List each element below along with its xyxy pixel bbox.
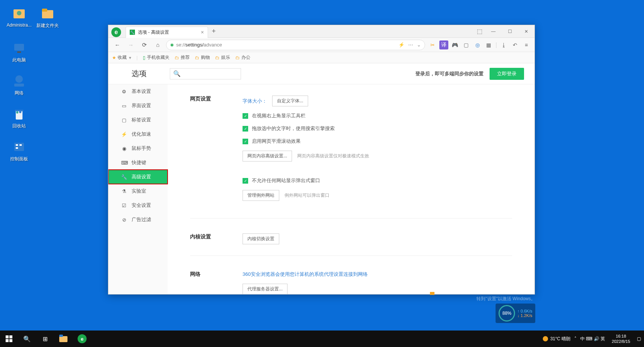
svg-rect-16 [6, 335, 9, 338]
start-button[interactable] [0, 331, 18, 347]
sync-hint: 登录后，即可多端同步你的设置 [415, 70, 484, 77]
extension-icon[interactable]: ⬚ [474, 26, 485, 37]
folder-icon: 🗀 [215, 55, 220, 60]
grid-icon[interactable]: ▦ [484, 40, 493, 49]
folder-icon: 🗀 [235, 55, 240, 60]
login-button[interactable]: 立即登录 [490, 68, 524, 80]
svg-rect-5 [17, 51, 21, 53]
sidebar-item-shortcuts[interactable]: ⌨快捷键 [108, 156, 168, 170]
target-icon[interactable]: ◎ [473, 40, 482, 49]
sidebar-item-tabs[interactable]: ▢标签设置 [108, 113, 168, 127]
checkbox[interactable]: ✓ [243, 139, 248, 144]
section-title: 网络 [190, 271, 243, 294]
ime-indicator[interactable]: 中 ⌨ 🔊 英 [580, 336, 605, 342]
refresh-button[interactable]: ⟳ [139, 40, 150, 50]
chevron-down-icon[interactable]: ⌄ [417, 42, 421, 48]
desktop-icon-thispc[interactable]: 此电脑 [6, 40, 32, 63]
download-icon[interactable]: ⭳ [499, 40, 508, 49]
checkbox[interactable]: ✓ [243, 178, 248, 184]
maximize-button[interactable]: ☐ [502, 26, 518, 37]
folder-icon: 🗀 [175, 55, 179, 60]
section-title: 内核设置 [190, 233, 243, 244]
control-panel-icon [12, 139, 27, 154]
home-button[interactable]: ⌂ [153, 40, 163, 50]
hint-text: 网页内容高级设置仅对极速模式生效 [297, 153, 369, 159]
computer-icon [12, 40, 27, 55]
checkbox-label: 启用网页平滑滚动效果 [252, 138, 301, 145]
sidebar-item-adblock[interactable]: ⊘广告过滤 [108, 212, 168, 227]
bookmark-folder[interactable]: 🗀推荐 [175, 54, 190, 61]
svg-point-10 [16, 111, 18, 114]
svg-rect-21 [59, 335, 63, 337]
task-view-button[interactable]: ⊞ [36, 331, 54, 347]
weather-widget[interactable]: 31°C 晴朗 [543, 336, 571, 342]
url-bar[interactable]: ◉ se://settings/advance ⚡ ⋯ ⌄ [166, 40, 425, 50]
network-meter[interactable]: 88% ↑ 0.6K/s ↓ 1.2K/s [496, 304, 535, 323]
sidebar-item-mouse[interactable]: ◉鼠标手势 [108, 141, 168, 156]
flash-icon[interactable]: ⚡ [398, 42, 404, 48]
sidebar-item-ui[interactable]: ▭界面设置 [108, 99, 168, 113]
sidebar-item-security[interactable]: ☑安全设置 [108, 198, 168, 212]
bookmarks-mobile[interactable]: ▯手机收藏夹 [143, 54, 169, 61]
checkbox[interactable]: ✓ [243, 126, 248, 132]
tab-close-icon[interactable]: × [201, 29, 204, 35]
tray-up-icon[interactable]: ˄ [574, 336, 577, 341]
explorer-app[interactable] [54, 331, 73, 347]
svg-rect-3 [42, 9, 47, 12]
svg-point-6 [15, 75, 23, 83]
svg-rect-15 [16, 147, 18, 149]
notifications-button[interactable]: ▢ [637, 336, 641, 341]
close-button[interactable]: ✕ [518, 26, 535, 37]
game-icon[interactable]: 🎮 [451, 40, 460, 49]
desktop-icon-trash[interactable]: 回收站 [6, 106, 32, 129]
manage-exceptions-button[interactable]: 管理例外网站 [243, 190, 279, 201]
checkbox-label: 拖放选中的文字时，使用搜索引擎搜索 [252, 125, 335, 132]
section-network: 网络 360安全浏览器会使用您计算机的系统代理设置连接到网络 代理服务器设置..… [190, 271, 512, 294]
checkbox[interactable]: ✓ [243, 113, 248, 119]
desktop-icon-network[interactable]: 网络 [6, 73, 32, 96]
page-body: ⚙基本设置 ▭界面设置 ▢标签设置 ⚡优化加速 ◉鼠标手势 ⌨快捷键 🔧高级设置… [108, 84, 535, 294]
hint-text: 例外网站可以弹出窗口 [285, 192, 329, 199]
upload-speed: ↑ 0.6K/s [517, 309, 532, 313]
back-button[interactable]: ← [112, 40, 123, 50]
svg-rect-14 [19, 144, 22, 146]
search-button[interactable]: 🔍 [18, 331, 36, 347]
bookmark-folder[interactable]: 🗀购物 [195, 54, 210, 61]
more-icon[interactable]: ⋯ [408, 42, 413, 48]
scissors-icon[interactable]: ✂ [428, 40, 437, 49]
desktop-icon-admin[interactable]: Administra... [6, 6, 32, 28]
kernel-switch-button[interactable]: 内核切换设置 [243, 233, 279, 244]
bookmarks-star[interactable]: ★收藏▾ [112, 54, 131, 61]
search-input[interactable]: 🔍 [170, 68, 241, 79]
minimize-button[interactable]: — [485, 26, 502, 37]
bookmark-folder[interactable]: 🗀娱乐 [215, 54, 230, 61]
clock[interactable]: 16:18 2022/8/15 [609, 334, 633, 344]
desktop-icon-ctrlpanel[interactable]: 控制面板 [6, 139, 32, 162]
sidebar-item-basic[interactable]: ⚙基本设置 [108, 84, 168, 99]
undo-icon[interactable]: ↶ [511, 40, 520, 49]
sidebar-item-lab[interactable]: ⚗实验室 [108, 184, 168, 198]
forward-button[interactable]: → [126, 40, 136, 50]
svg-rect-13 [16, 144, 18, 146]
section-web: 网页设置 字体大小：自定义字体... ✓在视频右上角显示工具栏 ✓拖放选中的文字… [190, 96, 512, 218]
page-header: 选项 🔍 登录后，即可多端同步你的设置 立即登录 [108, 63, 535, 84]
menu-icon[interactable]: ≡ [522, 40, 531, 49]
custom-font-button[interactable]: 自定义字体... [272, 96, 308, 106]
settings-main: 网页设置 字体大小：自定义字体... ✓在视频右上角显示工具栏 ✓拖放选中的文字… [168, 84, 535, 294]
desktop-icon-newfolder[interactable]: 新建文件夹 [34, 6, 61, 29]
translate-icon[interactable]: 译 [439, 40, 448, 49]
proxy-settings-button[interactable]: 代理服务器设置... [243, 284, 288, 294]
sidebar-item-advanced[interactable]: 🔧高级设置 [108, 170, 168, 184]
settings-sidebar: ⚙基本设置 ▭界面设置 ▢标签设置 ⚡优化加速 ◉鼠标手势 ⌨快捷键 🔧高级设置… [108, 84, 168, 294]
tab-title: 选项 - 高级设置 [138, 29, 201, 36]
url-text: se://settings/advance [176, 42, 222, 48]
svg-rect-17 [9, 335, 12, 338]
new-tab-button[interactable]: + [212, 27, 216, 35]
title-bar: 🔧 选项 - 高级设置 × + ⬚ — ☐ ✕ [108, 25, 535, 38]
sidebar-item-optimize[interactable]: ⚡优化加速 [108, 127, 168, 141]
square-icon[interactable]: ▢ [462, 40, 471, 49]
advanced-content-button[interactable]: 网页内容高级设置... [243, 151, 292, 162]
browser-tab[interactable]: 🔧 选项 - 高级设置 × [126, 27, 208, 38]
browser-app[interactable]: e [73, 331, 91, 347]
bookmark-folder[interactable]: 🗀办公 [235, 54, 250, 61]
